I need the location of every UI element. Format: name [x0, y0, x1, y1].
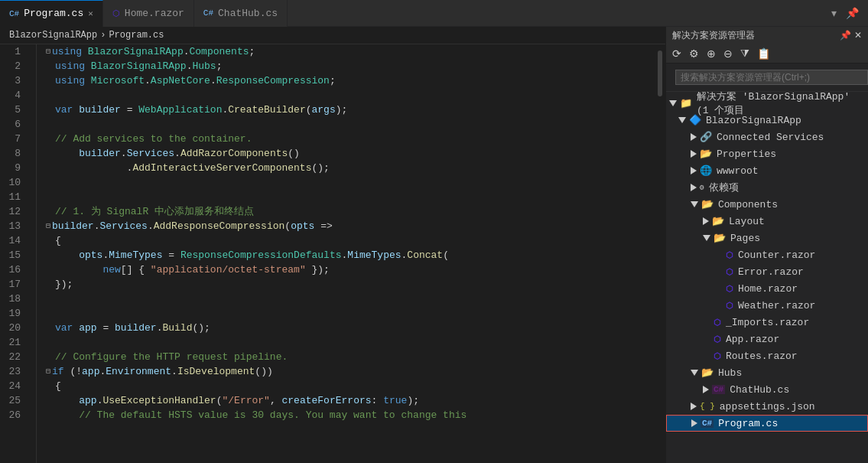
se-filter-button[interactable]: ⧩: [737, 45, 753, 61]
counter-razor-icon: ⬡: [726, 250, 733, 260]
se-props-button[interactable]: 📋: [754, 46, 773, 61]
app-razor-label: App.razor: [726, 334, 779, 345]
deps-icon: ⚙: [700, 183, 704, 192]
se-item-error-razor[interactable]: ⬡ Error.razor: [666, 263, 868, 280]
tab-list-button[interactable]: ▾: [828, 5, 840, 21]
se-sync-button[interactable]: ⟳: [669, 46, 684, 61]
se-item-weather-razor[interactable]: ⬡ Weather.razor: [666, 297, 868, 314]
code-line-8: builder.Services.AddRazorComponents(): [46, 146, 655, 161]
layout-expand-icon[interactable]: [703, 217, 709, 225]
code-line-11: [46, 190, 655, 204]
solution-label: 解决方案 'BlazorSignalRApp' (1 个项目: [697, 92, 865, 117]
code-line-5: var builder = WebApplication.CreateBuild…: [46, 103, 655, 117]
se-item-program-cs[interactable]: C# Program.cs: [666, 415, 868, 432]
se-tree: 📁 解决方案 'BlazorSignalRApp' (1 个项目 🔷 Blazo…: [666, 92, 868, 463]
routes-razor-label: Routes.razor: [726, 351, 798, 362]
tab-chathub-cs[interactable]: C# ChatHub.cs: [194, 0, 288, 27]
editor-scrollbar[interactable]: [655, 44, 665, 463]
project-expand-icon[interactable]: [678, 117, 686, 123]
collapse-icon-13[interactable]: ⊟: [46, 219, 50, 233]
se-item-appsettings-json[interactable]: { } appsettings.json: [666, 398, 868, 415]
se-item-home-razor[interactable]: ⬡ Home.razor: [666, 280, 868, 297]
code-line-22: // Configure the HTTP request pipeline.: [46, 350, 655, 364]
properties-folder-icon: 📂: [700, 148, 712, 160]
code-line-16: new[] { "application/octet-stream" });: [46, 262, 655, 277]
solution-expand-icon[interactable]: [669, 100, 677, 106]
pages-expand-icon[interactable]: [703, 235, 710, 241]
se-title: 解决方案资源管理器: [672, 29, 755, 42]
appsettings-expand-icon[interactable]: [691, 403, 697, 410]
deps-label: 依赖项: [709, 181, 739, 194]
code-line-21: [46, 335, 655, 350]
collapse-icon-1[interactable]: ⊟: [46, 44, 50, 59]
weather-razor-label: Weather.razor: [738, 300, 815, 311]
razor-icon: ⬡: [112, 8, 120, 18]
home-razor-label: Home.razor: [738, 283, 798, 295]
hubs-label: Hubs: [718, 367, 742, 379]
se-item-pages[interactable]: 📂 Pages: [666, 230, 868, 246]
se-item-app-razor[interactable]: ⬡ App.razor: [666, 331, 868, 347]
code-line-20: var app = builder.Build();: [46, 321, 655, 335]
se-item-connected-services[interactable]: 🔗 Connected Services: [666, 129, 868, 145]
se-settings-button[interactable]: ⚙: [686, 46, 702, 61]
code-line-7: // Add services to the container.: [46, 132, 655, 146]
project-icon: 🔷: [689, 114, 701, 126]
code-line-26: // The default HSTS value is 30 days. Yo…: [46, 408, 655, 422]
se-item-components[interactable]: 📂 Components: [666, 196, 868, 213]
wwwroot-icon: 🌐: [700, 165, 712, 177]
home-razor-icon: ⬡: [726, 284, 733, 294]
app-container: C# Program.cs ✕ ⬡ Home.razor C# ChatHub.…: [0, 0, 868, 463]
properties-expand-icon[interactable]: [691, 150, 697, 158]
deps-expand-icon[interactable]: [691, 184, 697, 191]
code-line-4: [46, 88, 655, 103]
se-item-imports-razor[interactable]: ⬡ _Imports.razor: [666, 314, 868, 331]
wwwroot-expand-icon[interactable]: [691, 167, 697, 174]
se-item-routes-razor[interactable]: ⬡ Routes.razor: [666, 347, 868, 364]
chathub-expand-icon[interactable]: [703, 386, 709, 393]
close-tab-icon[interactable]: ✕: [88, 8, 93, 18]
program-expand-icon[interactable]: [691, 419, 697, 427]
line-numbers: 1 2 3 4 5 6 7 8 9 10 11 12 13 14 15 16 1: [0, 44, 37, 463]
solution-explorer: 解决方案资源管理器 📌 ✕ ⟳ ⚙ ⊕ ⊖ ⧩ 📋: [665, 27, 868, 463]
scrollbar-thumb[interactable]: [658, 51, 662, 96]
project-label: BlazorSignalRApp: [706, 115, 801, 126]
appsettings-json-label: appsettings.json: [720, 401, 815, 412]
code-line-18: [46, 292, 655, 306]
se-item-properties[interactable]: 📂 Properties: [666, 145, 868, 162]
tab-program-cs[interactable]: C# Program.cs ✕: [0, 0, 103, 27]
breadcrumb: BlazorSignalRApp › Program.cs: [0, 27, 665, 44]
components-expand-icon[interactable]: [691, 201, 698, 207]
tab-home-razor[interactable]: ⬡ Home.razor: [103, 0, 194, 27]
app-razor-icon: ⬡: [714, 334, 721, 344]
chathub-cs-icon: C#: [712, 385, 725, 394]
se-item-layout[interactable]: 📂 Layout: [666, 213, 868, 230]
code-line-6: [46, 117, 655, 132]
se-item-chathub-cs[interactable]: C# ChatHub.cs: [666, 381, 868, 398]
se-close-button[interactable]: ✕: [854, 30, 862, 41]
hubs-folder-icon: 📂: [701, 367, 714, 379]
cs-icon: C#: [9, 9, 19, 18]
se-search-input[interactable]: [675, 70, 868, 85]
solution-icon: 📁: [680, 97, 692, 109]
tab-pin-button[interactable]: 📌: [843, 5, 862, 21]
se-expand-button[interactable]: ⊕: [704, 46, 719, 61]
solution-node[interactable]: 📁 解决方案 'BlazorSignalRApp' (1 个项目: [666, 95, 868, 112]
code-line-24: {: [46, 379, 655, 393]
connected-expand-icon[interactable]: [691, 133, 697, 141]
counter-razor-label: Counter.razor: [738, 249, 815, 261]
se-item-hubs[interactable]: 📂 Hubs: [666, 364, 868, 381]
code-line-25: app.UseExceptionHandler("/Error", create…: [46, 393, 655, 408]
components-folder-icon: 📂: [701, 198, 714, 210]
project-breadcrumb: BlazorSignalRApp: [9, 30, 97, 41]
code-line-14: {: [46, 233, 655, 248]
hubs-expand-icon[interactable]: [691, 370, 698, 376]
se-collapse-button[interactable]: ⊖: [720, 46, 736, 61]
code-editor[interactable]: ⊟ using BlazorSignalRApp.Components; usi…: [37, 44, 655, 463]
se-pin-button[interactable]: 📌: [840, 30, 851, 41]
se-item-counter-razor[interactable]: ⬡ Counter.razor: [666, 246, 868, 263]
se-toolbar: ⟳ ⚙ ⊕ ⊖ ⧩ 📋: [666, 44, 868, 64]
se-item-wwwroot[interactable]: 🌐 wwwroot: [666, 162, 868, 179]
code-line-17: });: [46, 277, 655, 292]
se-item-deps[interactable]: ⚙ 依赖项: [666, 179, 868, 196]
collapse-icon-23[interactable]: ⊟: [46, 364, 50, 379]
